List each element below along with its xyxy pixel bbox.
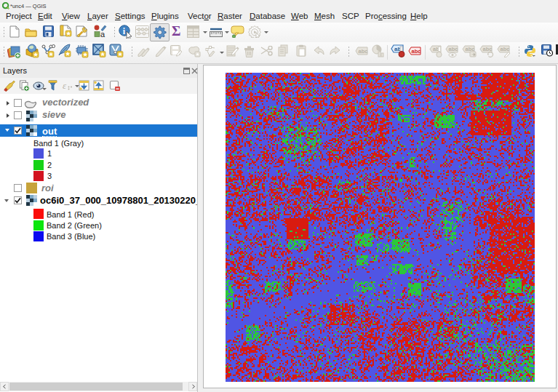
svg-text:a: a <box>100 30 105 38</box>
svg-text:abc: abc <box>359 48 368 55</box>
svg-text:abc: abc <box>412 48 421 55</box>
svg-text:abc: abc <box>483 46 493 52</box>
svg-text:abc: abc <box>501 46 510 52</box>
svg-text:abc: abc <box>449 46 458 52</box>
